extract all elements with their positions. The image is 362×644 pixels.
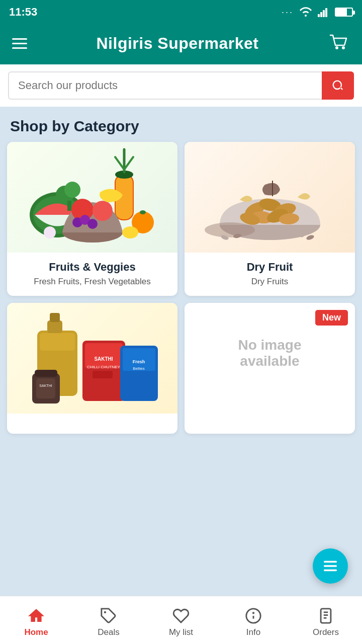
svg-point-24 [140,210,146,214]
svg-line-12 [115,157,124,170]
category-info-oils [7,414,177,434]
svg-point-4 [335,46,338,49]
svg-text:Fresh: Fresh [132,359,145,364]
nav-mylist-label: My list [169,627,193,637]
section-title: Shop by Category [0,107,362,142]
svg-line-13 [124,157,133,170]
signal-icon [318,7,330,17]
svg-point-25 [122,226,138,238]
nav-home[interactable]: Home [0,596,72,644]
svg-rect-43 [47,320,62,333]
nav-deals[interactable]: Deals [72,596,145,644]
svg-rect-0 [318,14,320,17]
status-icons: ··· [282,7,353,18]
svg-text:SAKTHI: SAKTHI [94,356,113,362]
category-grid: Fruits & Veggies Fresh Fruits, Fresh Veg… [0,142,362,441]
nav-info[interactable]: Info [217,596,290,644]
category-card-oils[interactable]: SAKTHI CHILLI CHUTNEY Fresh Bellies SAKT… [7,303,177,434]
svg-rect-44 [50,313,60,322]
category-info-noimage [185,404,355,429]
category-card-noimage[interactable]: No imageavailable New [185,303,355,434]
category-info-dry-fruit: Dry Fruit Dry Fruits [185,253,355,296]
category-sub-dry-fruit: Dry Fruits [192,277,348,287]
svg-point-5 [342,46,345,49]
wifi-icon [299,7,313,17]
svg-point-19 [87,219,98,229]
nav-orders-label: Orders [313,627,339,637]
nav-info-label: Info [246,627,260,637]
category-card-dry-fruit[interactable]: Dry Fruit Dry Fruits [185,142,355,296]
no-image-label: No imageavailable [228,327,311,379]
category-card-fruits-veggies[interactable]: Fruits & Veggies Fresh Fruits, Fresh Veg… [7,142,177,296]
svg-rect-22 [67,201,71,211]
search-bar [0,64,362,107]
svg-text:SAKTHI: SAKTHI [39,384,52,387]
bottom-nav: Home Deals My list Info Orders [0,596,362,644]
category-name-fruits: Fruits & Veggies [14,261,170,274]
status-time: 11:53 [9,6,37,19]
category-image-fruits [7,142,177,253]
svg-point-21 [64,182,80,198]
search-input[interactable] [8,71,322,100]
svg-point-35 [205,222,255,237]
battery-icon [335,8,353,17]
nav-orders[interactable]: Orders [290,596,362,644]
signal-dots-icon: ··· [282,7,294,18]
category-name-dry-fruit: Dry Fruit [192,261,348,274]
app-header: Nilgiris Supermarket [0,24,362,64]
nav-deals-label: Deals [98,627,119,637]
category-image-dry-fruit [185,142,355,253]
search-button[interactable] [322,71,354,100]
category-sub-fruits: Fresh Fruits, Fresh Vegetables [14,277,170,287]
new-badge: New [315,310,348,326]
svg-rect-49 [93,371,113,378]
category-info-fruits: Fruits & Veggies Fresh Fruits, Fresh Veg… [7,253,177,296]
svg-rect-3 [325,8,327,17]
nav-home-label: Home [24,627,48,637]
nav-mylist[interactable]: My list [145,596,217,644]
svg-rect-2 [323,10,325,17]
svg-point-16 [93,201,113,221]
svg-text:Bellies: Bellies [133,366,145,371]
svg-point-39 [306,234,315,241]
app-title: Nilgiris Supermarket [97,34,259,53]
menu-button[interactable] [12,38,27,49]
category-image-oils: SAKTHI CHILLI CHUTNEY Fresh Bellies SAKT… [7,303,177,414]
svg-rect-1 [320,12,322,17]
fab-button[interactable] [313,548,348,584]
svg-rect-56 [36,378,55,398]
status-bar: 11:53 ··· [0,0,362,24]
svg-rect-42 [40,333,75,351]
cart-button[interactable] [328,31,350,55]
svg-point-26 [44,226,56,238]
svg-rect-55 [35,370,57,377]
svg-text:CHILLI CHUTNEY: CHILLI CHUTNEY [87,365,120,369]
